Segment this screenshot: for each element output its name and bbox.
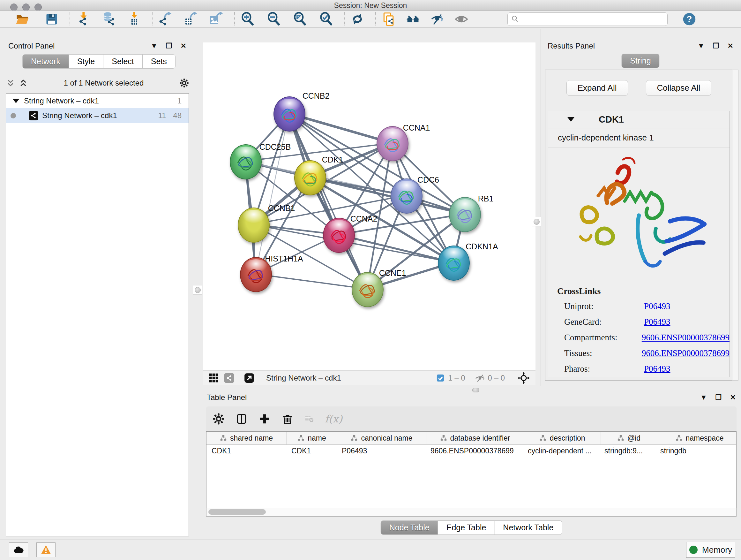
table-options-gear-icon[interactable] [212,413,225,425]
node-table[interactable]: shared namenamecanonical namedatabase id… [206,431,737,509]
network-canvas[interactable]: CCNB2CCNA1CDC25BCDK1CDC6RB1CCNB1CCNA2CDK… [203,43,536,370]
control-panel-collapse-icon[interactable]: ▼ [151,42,158,50]
table-cell[interactable]: stringdb [655,447,737,455]
crosslink-link[interactable]: P06493 [644,317,670,327]
table-cell[interactable]: 9606.ENSP00000378699 [425,447,523,455]
expand-all-button[interactable]: Expand All [566,80,628,96]
table-cell[interactable]: CDK1 [206,447,286,455]
memory-button[interactable]: Memory [686,542,735,558]
collection-count: 1 [178,97,182,105]
crosslink-link[interactable]: P06493 [644,301,670,311]
tab-edge-table[interactable]: Edge Table [438,520,495,535]
hidden-eye-slash-icon[interactable] [475,373,485,383]
detach-view-icon[interactable] [244,373,255,383]
column-header-description[interactable]: description [524,432,601,444]
clone-network-button[interactable] [381,11,397,27]
save-session-button[interactable] [44,11,60,27]
crosslink-link[interactable]: P06493 [644,364,670,374]
export-table-button[interactable] [183,11,199,27]
search-box[interactable] [508,12,668,26]
tab-sets[interactable]: Sets [143,54,176,69]
tab-string[interactable]: String [621,54,659,68]
show-all-button[interactable] [453,11,470,27]
network-edge[interactable] [255,274,367,289]
group-nodes-button[interactable] [405,11,421,27]
expand-all-networks-icon[interactable] [18,78,28,88]
gene-expand-icon[interactable] [567,117,575,122]
table-row[interactable]: CDK1CDK1P064939606.ENSP00000378699cyclin… [206,445,736,457]
import-network-button[interactable] [75,11,91,27]
search-input[interactable] [519,15,655,23]
column-header-shared-name[interactable]: shared name [206,432,286,444]
network-node-cdc25b[interactable] [230,144,262,179]
collection-expand-icon[interactable] [12,99,19,103]
tab-network[interactable]: Network [22,54,69,69]
results-panel-float-icon[interactable]: ❐ [713,42,719,50]
selected-checkbox-icon[interactable] [436,374,445,382]
crosslink-link[interactable]: 9606.ENSP00000378699 [642,333,730,343]
tab-style[interactable]: Style [69,54,104,69]
crosslink-link[interactable]: 9606.ENSP00000378699 [642,348,730,358]
table-cell[interactable]: cyclin-dependent ... [523,447,599,455]
table-cell[interactable]: stringdb:9... [599,447,655,455]
network-collection-row[interactable]: String Network – cdk1 1 [6,94,189,108]
table-cell[interactable]: CDK1 [286,447,337,455]
warnings-button[interactable] [37,543,56,557]
column-header-database-identifier[interactable]: database identifier [426,432,524,444]
export-network-button[interactable] [157,11,174,27]
column-header-canonical-name[interactable]: canonical name [337,432,426,444]
right-divider-handle[interactable] [532,217,541,226]
tab-select[interactable]: Select [104,54,142,69]
birds-eye-view-icon[interactable] [518,372,530,384]
grid-view-icon[interactable] [208,373,219,383]
table-panel-collapse-icon[interactable]: ▼ [700,393,707,401]
gene-section-header[interactable]: CDK1 [548,111,730,128]
collapse-all-networks-icon[interactable] [6,78,15,88]
tab-network-table[interactable]: Network Table [495,520,562,535]
table-hscrollbar-thumb[interactable] [208,509,266,515]
table-panel-close-icon[interactable]: ✕ [730,393,736,401]
zoom-out-button[interactable] [266,11,282,27]
zoom-selected-button[interactable] [318,11,334,27]
help-button[interactable] [681,11,697,27]
table-hscrollbar[interactable] [206,508,737,516]
cloud-status-button[interactable] [9,543,28,557]
results-scrollbar-track[interactable] [732,70,738,381]
refresh-layout-button[interactable] [349,11,366,27]
zoom-in-button[interactable] [239,11,256,27]
node-label-cdk1: CDK1 [322,155,343,165]
import-network-from-database-button[interactable] [100,11,117,27]
column-tree-icon [297,435,305,442]
network-edge[interactable] [255,113,289,274]
network-share-icon[interactable] [224,373,234,383]
table-panel-float-icon[interactable]: ❐ [716,393,722,401]
export-image-button[interactable] [208,11,225,27]
control-panel-close-icon[interactable]: ✕ [181,42,186,50]
collapse-all-button[interactable]: Collapse All [646,80,712,96]
network-node-cdk1[interactable] [294,160,326,195]
column-header-id[interactable]: @id [601,432,657,444]
crosslinks-section: CrossLinks Uniprot:P06493GeneCard:P06493… [548,281,730,374]
network-options-gear-icon[interactable] [179,78,189,88]
zoom-fit-button[interactable] [292,11,308,27]
network-row[interactable]: String Network – cdk1 11 48 [6,108,189,123]
show-columns-icon[interactable] [235,413,248,425]
control-panel-float-icon[interactable]: ❐ [166,42,172,50]
tab-node-table[interactable]: Node Table [381,520,438,535]
network-node-ccnb1[interactable] [238,207,270,243]
add-column-icon[interactable] [259,413,271,425]
open-session-button[interactable] [14,11,30,27]
column-header-name[interactable]: name [286,432,337,444]
left-divider-handle[interactable] [193,285,202,295]
results-panel-close-icon[interactable]: ✕ [728,42,733,50]
network-node-cdkn1a[interactable] [438,246,470,281]
network-node-ccnb2[interactable] [273,97,306,132]
network-node-rb1[interactable] [449,197,481,232]
import-table-button[interactable] [126,11,142,27]
hide-selected-button[interactable] [429,11,446,27]
right-dock-divider[interactable] [541,29,541,386]
table-cell[interactable]: P06493 [337,447,425,455]
delete-column-icon[interactable] [281,413,293,425]
column-header-namespace[interactable]: namespace [657,432,737,444]
results-panel-collapse-icon[interactable]: ▼ [697,42,704,50]
